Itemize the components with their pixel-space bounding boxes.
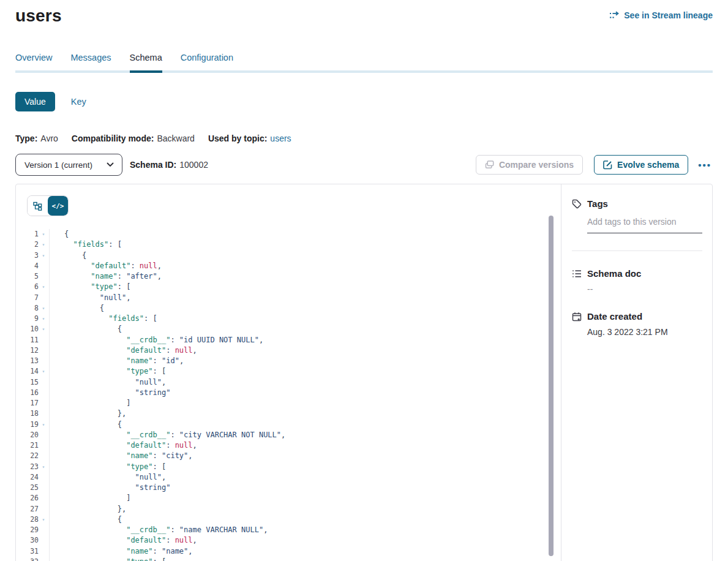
code-line: 13 "name": "id", bbox=[16, 356, 561, 366]
gutter-cell: 21 bbox=[16, 440, 50, 451]
code-text: { bbox=[50, 514, 122, 525]
schema-controls: Version 1 (current) Schema ID: 100002 Co… bbox=[15, 154, 713, 176]
meta-used-by-topic: Used by topic: users bbox=[208, 134, 291, 143]
more-actions-button[interactable]: ••• bbox=[697, 157, 713, 173]
gutter-cell: 1▾ bbox=[16, 229, 50, 239]
schema-sidebar: Tags Schema d bbox=[561, 184, 712, 561]
date-created-header: Date created bbox=[572, 311, 702, 322]
gutter-cell: 22 bbox=[16, 451, 50, 461]
code-text: "name": "name", bbox=[50, 546, 193, 557]
gutter-cell: 15 bbox=[16, 377, 50, 388]
code-text: { bbox=[50, 250, 86, 261]
schema-page: users See in Stream lineage Overview Mes… bbox=[0, 0, 728, 561]
code-text: "default": null, bbox=[50, 440, 197, 451]
code-line: 30 "default": null, bbox=[16, 535, 561, 546]
add-tags-input[interactable] bbox=[587, 217, 702, 233]
code-text: }, bbox=[50, 504, 126, 514]
code-line: 28▾ { bbox=[16, 514, 561, 525]
page-title: users bbox=[15, 6, 62, 26]
code-line: 31 "name": "name", bbox=[16, 546, 561, 557]
compare-versions-button[interactable]: Compare versions bbox=[476, 155, 583, 175]
line-number: 17 bbox=[16, 398, 39, 409]
code-line: 12 "default": null, bbox=[16, 345, 561, 356]
fold-arrow-spacer bbox=[39, 483, 48, 493]
fold-arrow-icon[interactable]: ▾ bbox=[39, 229, 48, 239]
code-text: "type": [ bbox=[50, 366, 166, 377]
tab-configuration[interactable]: Configuration bbox=[181, 53, 233, 73]
tab-messages[interactable]: Messages bbox=[70, 53, 111, 73]
key-toggle-link[interactable]: Key bbox=[71, 97, 86, 107]
fold-arrow-icon[interactable]: ▾ bbox=[39, 314, 48, 324]
fold-arrow-spacer bbox=[39, 535, 48, 546]
schema-doc-section: Schema doc -- bbox=[572, 268, 702, 294]
schema-meta: Type: Avro Compatibility mode: Backward … bbox=[15, 134, 713, 143]
tags-heading: Tags bbox=[587, 198, 608, 209]
code-editor[interactable]: 1▾{2▾ "fields": [3▾ {4 "default": null,5… bbox=[16, 229, 561, 561]
code-line: 10▾ { bbox=[16, 324, 561, 334]
line-number: 13 bbox=[16, 356, 39, 366]
fold-arrow-icon[interactable]: ▾ bbox=[39, 366, 48, 377]
code-line: 14▾ "type": [ bbox=[16, 366, 561, 377]
code-text: "default": null, bbox=[50, 535, 197, 546]
code-text: { bbox=[50, 420, 122, 430]
see-in-stream-lineage-link[interactable]: See in Stream lineage bbox=[609, 10, 713, 20]
fold-arrow-icon[interactable]: ▾ bbox=[39, 282, 48, 292]
fold-arrow-spacer bbox=[39, 271, 48, 282]
fold-arrow-icon[interactable]: ▾ bbox=[39, 514, 48, 525]
line-number: 14 bbox=[16, 366, 39, 377]
tab-schema[interactable]: Schema bbox=[130, 53, 162, 73]
tree-view-icon bbox=[33, 201, 42, 211]
code-line: 24 "null", bbox=[16, 472, 561, 483]
used-by-topic-label: Used by topic: bbox=[208, 134, 267, 143]
code-line: 32▾ "type": [ bbox=[16, 557, 561, 561]
fold-arrow-icon[interactable]: ▾ bbox=[39, 324, 48, 334]
edit-schema-icon bbox=[603, 160, 612, 170]
gutter-cell: 29 bbox=[16, 525, 50, 535]
fold-arrow-icon[interactable]: ▾ bbox=[39, 557, 48, 561]
gutter-cell: 6▾ bbox=[16, 282, 50, 292]
code-line: 2▾ "fields": [ bbox=[16, 239, 561, 250]
code-view-icon: </> bbox=[52, 202, 64, 210]
version-select[interactable]: Version 1 (current) bbox=[15, 154, 122, 176]
tree-view-button[interactable] bbox=[28, 196, 48, 216]
code-text: "name": "after", bbox=[50, 271, 162, 282]
schema-id: Schema ID: 100002 bbox=[130, 160, 208, 170]
fold-arrow-spacer bbox=[39, 377, 48, 388]
topic-link[interactable]: users bbox=[270, 134, 291, 143]
code-text: "default": null, bbox=[50, 261, 162, 271]
gutter-cell: 23▾ bbox=[16, 462, 50, 472]
gutter-cell: 7 bbox=[16, 293, 50, 303]
compatibility-label: Compatibility mode: bbox=[72, 134, 154, 143]
code-view-button[interactable]: </> bbox=[48, 196, 68, 216]
code-line: 8▾ { bbox=[16, 303, 561, 314]
gutter-cell: 26 bbox=[16, 493, 50, 503]
code-line: 4 "default": null, bbox=[16, 261, 561, 271]
version-select-value: Version 1 (current) bbox=[24, 160, 92, 170]
schema-doc-value: -- bbox=[587, 284, 702, 294]
serde-toggle: Value Key bbox=[15, 92, 713, 111]
fold-arrow-icon[interactable]: ▾ bbox=[39, 420, 48, 430]
editor-scrollbar[interactable] bbox=[549, 216, 554, 556]
line-number: 21 bbox=[16, 440, 39, 451]
fold-arrow-icon[interactable]: ▾ bbox=[39, 462, 48, 472]
code-text: }, bbox=[50, 409, 126, 419]
value-toggle-button[interactable]: Value bbox=[15, 92, 55, 111]
code-text: "string" bbox=[50, 483, 170, 493]
fold-arrow-icon[interactable]: ▾ bbox=[39, 250, 48, 261]
code-text: "name": "city", bbox=[50, 451, 193, 461]
fold-arrow-icon[interactable]: ▾ bbox=[39, 303, 48, 314]
code-line: 7 "null", bbox=[16, 293, 561, 303]
tab-overview[interactable]: Overview bbox=[15, 53, 52, 73]
code-text: "name": "id", bbox=[50, 356, 184, 366]
sidebar-divider bbox=[572, 250, 702, 251]
line-number: 23 bbox=[16, 462, 39, 472]
compatibility-value: Backward bbox=[157, 134, 194, 143]
code-line: 17 ] bbox=[16, 398, 561, 409]
line-number: 28 bbox=[16, 514, 39, 525]
code-line: 23▾ "type": [ bbox=[16, 462, 561, 472]
evolve-schema-button[interactable]: Evolve schema bbox=[594, 155, 688, 175]
fold-arrow-icon[interactable]: ▾ bbox=[39, 239, 48, 250]
gutter-cell: 16 bbox=[16, 388, 50, 398]
line-number: 1 bbox=[16, 229, 39, 239]
date-created-heading: Date created bbox=[587, 311, 642, 322]
